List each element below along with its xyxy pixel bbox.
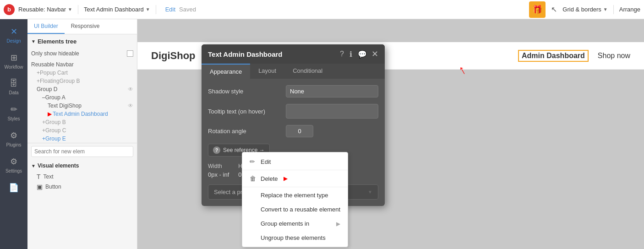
visual-item-button[interactable]: ▣ Button: [27, 182, 137, 192]
topbar: b Reusable: Navbar ▼ Text Admin Dashboar…: [0, 0, 644, 19]
modal-help-button[interactable]: ?: [339, 50, 345, 58]
design-icon: ✕: [11, 27, 17, 37]
rotation-label: Rotation angle: [208, 128, 281, 135]
edit-icon: ✏: [250, 158, 257, 165]
edit-button[interactable]: Edit: [165, 6, 175, 13]
panel-tabs: UI Builder Responsive: [27, 19, 137, 34]
tooltip-row: Tooltip text (on hover): [208, 104, 378, 119]
sidebar-item-page[interactable]: 📄: [0, 179, 27, 196]
text-element-icon: T: [37, 173, 41, 180]
visual-tree-toggle[interactable]: ▼: [31, 163, 36, 168]
tab-responsive[interactable]: Responsive: [65, 19, 106, 34]
navbar-brand: DigiShop: [151, 50, 196, 62]
ctx-replace[interactable]: Replace the element type: [242, 188, 348, 202]
modal-close-button[interactable]: ✕: [371, 49, 378, 59]
workflow-icon: ⊞: [11, 53, 17, 63]
only-show-checkbox[interactable]: [127, 50, 133, 57]
tree-item-group-e[interactable]: +Group E: [27, 135, 137, 143]
tab-ui-builder[interactable]: UI Builder: [27, 19, 65, 34]
tree-item-group-b[interactable]: +Group B: [27, 118, 137, 126]
styles-label: Styles: [7, 116, 20, 121]
grid-borders-button[interactable]: Grid & borders ▼: [562, 6, 607, 13]
search-row: [27, 143, 137, 160]
button-element-icon: ▣: [37, 183, 43, 190]
sidebar-item-design[interactable]: ✕ Design: [0, 23, 27, 47]
tooltip-label: Tooltip text (on hover): [208, 108, 281, 115]
tree-item-popup-cart[interactable]: +Popup Cart: [27, 69, 137, 77]
eye-icon-digishop: 👁: [128, 103, 133, 109]
styles-icon: ✏: [11, 104, 17, 114]
context-menu: ✏ Edit 🗑 Delete ▶ Replace the element ty…: [242, 152, 348, 247]
tree-item-floating-group-b[interactable]: +FloatingGroup B: [27, 77, 137, 85]
eye-icon-group-d: 👁: [128, 86, 133, 92]
ctx-edit[interactable]: ✏ Edit: [242, 154, 348, 169]
visual-item-text[interactable]: T Text: [27, 172, 137, 182]
shop-now-button[interactable]: Shop now: [598, 52, 630, 60]
tree-item-text-digishop[interactable]: Text DigiShop 👁: [27, 102, 137, 110]
width-col: Width 0px - inf: [208, 163, 229, 178]
shadow-select[interactable]: None ▼: [286, 85, 378, 97]
ctx-convert[interactable]: Convert to a reusable element: [242, 202, 348, 217]
ctx-divider-2: [242, 187, 348, 187]
gift-icon[interactable]: 🎁: [529, 1, 546, 18]
text-element-label: Text: [44, 173, 54, 180]
page-icon: 📄: [9, 183, 19, 193]
tab-layout[interactable]: Layout: [250, 64, 284, 79]
plugins-icon: ⚙: [10, 130, 17, 141]
modal-comment-button[interactable]: 💬: [357, 50, 368, 59]
delete-icon: 🗑: [250, 175, 257, 182]
rotation-row: Rotation angle 0: [208, 125, 378, 137]
tree-item-text-admin-dashboard[interactable]: ▶ Text Admin Dashboard: [27, 110, 137, 118]
sidebar-item-settings[interactable]: ⚙ Settings: [0, 153, 27, 177]
sidebar-item-styles[interactable]: ✏ Styles: [0, 101, 27, 125]
app-name-chevron: ▼: [68, 7, 72, 12]
app-logo[interactable]: b: [4, 4, 15, 15]
ctx-ungroup[interactable]: Ungroup these elements: [242, 231, 348, 245]
admin-dashboard-link[interactable]: Admin Dashboard: [518, 50, 589, 62]
modal-header: Text Admin Dashboard ? ℹ 💬 ✕: [202, 44, 385, 64]
elements-panel: UI Builder Responsive ▼ Elements tree On…: [27, 19, 137, 249]
modal-info-button[interactable]: ℹ: [349, 50, 353, 59]
visual-elements-label: Visual elements: [38, 162, 79, 169]
shadow-label: Shadow style: [208, 88, 281, 95]
tree-header-label: Elements tree: [38, 38, 76, 45]
tab-conditional[interactable]: Conditional: [284, 64, 331, 79]
ctx-group[interactable]: Group elements in ▶: [242, 217, 348, 231]
tree-item-group-a[interactable]: –Group A: [27, 93, 137, 102]
ctx-divider-1: [242, 170, 348, 170]
topbar-sep-3: [613, 5, 614, 14]
sidebar-item-data[interactable]: 🗄 Data: [0, 75, 27, 99]
element-name-selector[interactable]: Text Admin Dashboard ▼: [84, 6, 150, 13]
ctx-delete-arrow: ▶: [284, 175, 288, 182]
only-show-label: Only show hideable: [31, 50, 79, 57]
ctx-delete[interactable]: 🗑 Delete ▶: [242, 171, 348, 186]
main-layout: ✕ Design ⊞ Workflow 🗄 Data ✏ Styles ⚙ Pl…: [0, 19, 644, 249]
sidebar-item-workflow[interactable]: ⊞ Workflow: [0, 49, 27, 73]
design-label: Design: [6, 38, 21, 43]
red-arrow-icon: ▶: [48, 111, 52, 117]
tree-item-group-c[interactable]: +Group C: [27, 126, 137, 135]
tree-item-group-d[interactable]: Group D 👁: [27, 85, 137, 93]
see-ref-question: ?: [213, 146, 220, 154]
app-name[interactable]: Reusable: Navbar ▼: [18, 6, 72, 13]
tooltip-input[interactable]: [286, 104, 378, 119]
topbar-sep-1: [78, 5, 78, 14]
settings-label: Settings: [5, 168, 22, 173]
tree-toggle-icon[interactable]: ▼: [31, 39, 36, 44]
shadow-style-row: Shadow style None ▼: [208, 85, 378, 97]
cursor-icon: ↖: [551, 5, 557, 14]
saved-status: Saved: [179, 6, 196, 13]
visual-elements-header: ▼ Visual elements: [27, 160, 137, 172]
search-input[interactable]: [31, 146, 133, 157]
tree-item-reusable-navbar[interactable]: Reusable Navbar: [27, 60, 137, 69]
settings-icon: ⚙: [10, 157, 17, 167]
canvas-area: DigiShop Admin Dashboard Shop now ↑ ✏ Ed…: [137, 19, 644, 249]
plugins-label: Plugins: [6, 142, 22, 147]
width-value: 0px - inf: [208, 171, 229, 178]
rotation-input[interactable]: 0: [286, 125, 313, 137]
modal-tabs: Appearance Layout Conditional: [202, 64, 385, 79]
arrange-button[interactable]: Arrange: [619, 6, 640, 13]
tab-appearance[interactable]: Appearance: [202, 64, 250, 79]
sidebar-item-plugins[interactable]: ⚙ Plugins: [0, 127, 27, 151]
transition-chevron: ▼: [368, 189, 372, 195]
